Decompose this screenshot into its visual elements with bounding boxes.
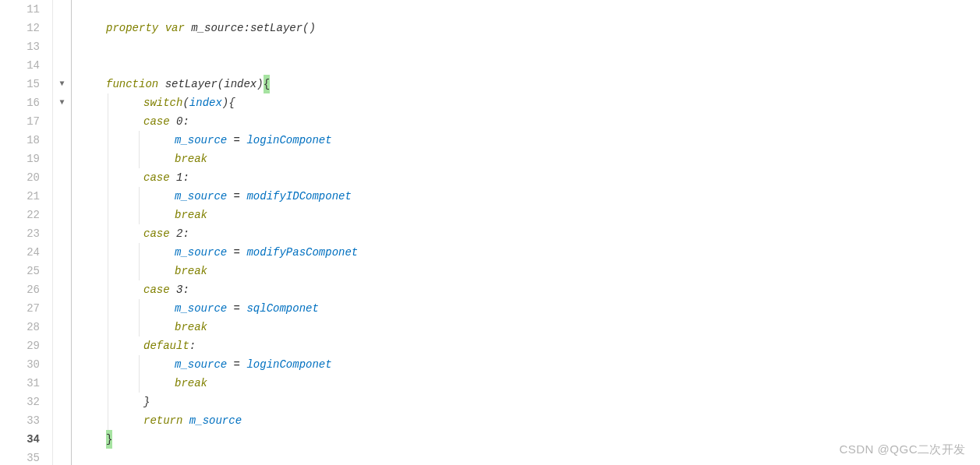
line-number: 31: [0, 374, 43, 393]
code-token: 1: [176, 168, 182, 187]
code-token: {: [264, 75, 270, 93]
code-token: modifyPasComponet: [246, 243, 358, 262]
fold-toggle-icon[interactable]: ▼: [53, 75, 71, 93]
code-line[interactable]: case 1:: [106, 168, 980, 187]
code-line[interactable]: function setLayer(index){: [106, 75, 980, 93]
code-line[interactable]: m_source = modifyPasComponet: [106, 243, 980, 262]
code-token: [170, 224, 176, 243]
code-line[interactable]: m_source = modifyIDComponet: [106, 187, 980, 206]
code-token: m_source: [175, 131, 227, 150]
code-token: index: [189, 93, 222, 112]
line-number: 13: [0, 37, 43, 56]
code-token: case: [143, 280, 170, 299]
fold-spacer: [53, 187, 71, 206]
code-line[interactable]: case 3:: [106, 280, 980, 299]
code-token: m_source: [175, 243, 227, 262]
code-line[interactable]: break: [106, 206, 980, 224]
fold-spacer: [53, 56, 71, 75]
code-token: }: [106, 430, 112, 449]
code-token: :: [182, 224, 189, 243]
code-token: break: [175, 318, 207, 336]
line-number: 29: [0, 336, 43, 355]
code-token: function: [106, 75, 158, 93]
code-token: (): [302, 19, 316, 37]
code-token: break: [175, 206, 207, 224]
code-line[interactable]: break: [106, 262, 980, 280]
code-line[interactable]: case 0:: [106, 112, 980, 131]
code-line[interactable]: m_source = loginComponet: [106, 355, 980, 374]
fold-toggle-icon[interactable]: ▼: [53, 93, 71, 112]
indent: [106, 131, 175, 150]
code-token: (: [182, 93, 189, 112]
fold-spacer: [53, 206, 71, 224]
indent: [106, 411, 143, 430]
fold-spacer: [53, 280, 71, 299]
code-token: :: [182, 280, 189, 299]
line-number: 32: [0, 393, 43, 411]
code-area[interactable]: property var m_source:setLayer()function…: [72, 0, 980, 465]
fold-spacer: [53, 168, 71, 187]
code-token: property: [106, 19, 158, 37]
indent: [106, 318, 175, 336]
indent: [106, 206, 175, 224]
code-line[interactable]: default:: [106, 336, 980, 355]
code-line[interactable]: case 2:: [106, 224, 980, 243]
indent: [106, 243, 175, 262]
fold-spacer: [53, 374, 71, 393]
indent: [106, 280, 143, 299]
fold-spacer: [53, 262, 71, 280]
fold-spacer: [53, 19, 71, 37]
code-token: index: [224, 75, 256, 93]
code-line[interactable]: }: [106, 393, 980, 411]
code-token: loginComponet: [246, 355, 331, 374]
code-token: =: [227, 355, 246, 374]
code-token: m_source: [175, 299, 227, 318]
code-editor[interactable]: 1112131415161718192021222324252627282930…: [0, 0, 980, 465]
code-token: case: [143, 224, 170, 243]
line-number: 15: [0, 75, 43, 93]
fold-spacer: [53, 449, 71, 465]
line-number: 30: [0, 355, 43, 374]
fold-spacer: [53, 37, 71, 56]
code-token: :: [243, 19, 249, 37]
fold-spacer: [53, 224, 71, 243]
code-token: m_source: [175, 187, 227, 206]
code-line[interactable]: break: [106, 374, 980, 393]
code-token: =: [227, 187, 246, 206]
line-number: 26: [0, 280, 43, 299]
code-line[interactable]: [106, 56, 980, 75]
code-token: case: [143, 112, 170, 131]
code-line[interactable]: break: [106, 318, 980, 336]
code-token: m_source: [189, 411, 242, 430]
code-line[interactable]: m_source = loginComponet: [106, 131, 980, 150]
fold-spacer: [53, 131, 71, 150]
line-number: 35: [0, 449, 43, 465]
code-token: [170, 280, 176, 299]
code-line[interactable]: property var m_source:setLayer(): [106, 19, 980, 37]
line-number: 14: [0, 56, 43, 75]
code-line[interactable]: m_source = sqlComponet: [106, 299, 980, 318]
code-token: modifyIDComponet: [246, 187, 351, 206]
indent: [106, 355, 175, 374]
code-token: [185, 19, 191, 37]
code-token: [158, 19, 165, 37]
code-line[interactable]: switch(index){: [106, 93, 980, 112]
code-token: default: [143, 336, 189, 355]
fold-spacer: [53, 430, 71, 449]
fold-spacer: [53, 318, 71, 336]
line-number: 21: [0, 187, 43, 206]
code-token: =: [227, 299, 246, 318]
code-token: case: [143, 168, 170, 187]
indent: [106, 299, 175, 318]
code-line[interactable]: [106, 0, 980, 19]
indent: [106, 150, 175, 168]
fold-spacer: [53, 393, 71, 411]
indent: [106, 93, 143, 112]
line-number: 11: [0, 0, 43, 19]
fold-spacer: [53, 411, 71, 430]
indent: [106, 393, 143, 411]
code-line[interactable]: [106, 37, 980, 56]
fold-spacer: [53, 243, 71, 262]
code-line[interactable]: break: [106, 150, 980, 168]
code-line[interactable]: return m_source: [106, 411, 980, 430]
